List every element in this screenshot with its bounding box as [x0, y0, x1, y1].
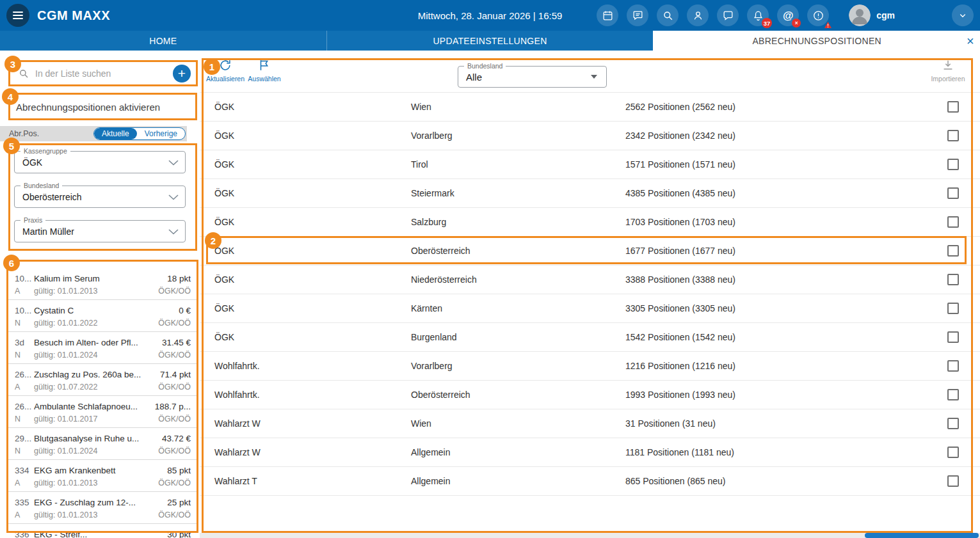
search-icon[interactable]	[657, 4, 679, 26]
position-list-item[interactable]: 29... Blutgasanalyse in Ruhe u... 43.72 …	[7, 428, 198, 460]
bundesland-filter-select[interactable]: Bundesland Alle	[458, 66, 607, 88]
row-checkbox[interactable]	[947, 130, 959, 141]
position-valid-date: gültig: 01.07.2022	[34, 383, 158, 392]
email-at-icon[interactable]: @ ×	[777, 4, 799, 26]
position-list-item[interactable]: 10... Kalium im Serum 18 pkt A gültig: 0…	[7, 268, 198, 300]
abrechnungs-row[interactable]: ÖGK Wien 2562 Positionen (2562 neu)	[200, 93, 980, 122]
row-checkbox[interactable]	[947, 159, 959, 170]
position-flag: A	[15, 479, 34, 487]
scrollbar-thumb[interactable]	[865, 533, 979, 538]
row-checkbox[interactable]	[947, 475, 959, 487]
abrechnungs-row[interactable]: ÖGK Kärnten 3305 Positionen (3305 neu)	[200, 294, 980, 323]
tab-bar: HOME UPDATEEINSTELLUNGEN ABRECHNUNGSPOSI…	[0, 31, 980, 51]
row-checkbox[interactable]	[947, 303, 959, 314]
toggle-aktuelle[interactable]: Aktuelle	[94, 128, 137, 139]
add-button[interactable]: +	[173, 65, 191, 83]
row-checkbox[interactable]	[947, 418, 959, 429]
position-value: 31.45 €	[162, 338, 191, 347]
kassengruppe-cell: ÖGK	[200, 246, 411, 256]
abrechnungs-row[interactable]: Wahlarzt W Allgemein 1181 Positionen (11…	[200, 438, 980, 467]
positionen-cell: 3305 Positionen (3305 neu)	[625, 303, 947, 313]
bundesland-cell: Salzburg	[411, 217, 625, 227]
position-name: Ambulante Schlafapnoeu...	[34, 402, 151, 411]
user-menu[interactable]: cgm	[849, 4, 895, 26]
close-tab-icon[interactable]: ×	[967, 35, 974, 47]
app-window: CGM MAXX Mittwoch, 28. Januar 2026 | 16:…	[0, 0, 980, 538]
position-list-item[interactable]: 10... Cystatin C 0 € N gültig: 01.01.202…	[7, 300, 198, 332]
select-button[interactable]: Auswählen	[241, 58, 287, 83]
kassengruppe-select[interactable]: Kassengruppe ÖGK	[14, 151, 186, 173]
position-list-item[interactable]: 26... Ambulante Schlafapnoeu... 188.7 p.…	[7, 396, 198, 428]
row-checkbox[interactable]	[947, 187, 959, 199]
activate-positions-button[interactable]: Abrechnungspositionen aktivieren	[9, 93, 197, 120]
bundesland-cell: Oberösterreich	[411, 390, 625, 400]
position-list-item[interactable]: 3d Besuch im Alten- oder Pfl... 31.45 € …	[7, 332, 198, 364]
abrechnungs-table: ÖGK Wien 2562 Positionen (2562 neu) ÖGK …	[200, 93, 980, 496]
avatar	[849, 4, 871, 26]
abrechnungs-row[interactable]: ÖGK Oberösterreich 1677 Positionen (1677…	[200, 237, 980, 265]
abrechnungs-row[interactable]: ÖGK Vorarlberg 2342 Positionen (2342 neu…	[200, 122, 980, 150]
messages-icon[interactable]	[627, 4, 648, 26]
tab-abrechnungspositionen[interactable]: ABRECHNUNGSPOSITIONEN ×	[653, 31, 980, 51]
kassengruppe-cell: Wahlarzt W	[200, 447, 411, 457]
toggle-vorherige[interactable]: Vorherige	[137, 128, 185, 139]
praxis-select-value: Martin Müller	[22, 226, 74, 237]
bundesland-select-sidebar[interactable]: Bundesland Oberösterreich	[14, 186, 186, 208]
abrechnungs-row[interactable]: Wahlarzt W Wien 31 Positionen (31 neu)	[200, 409, 980, 438]
row-checkbox[interactable]	[947, 245, 959, 257]
abrechnungs-row[interactable]: Wahlarzt T Allgemein 865 Positionen (865…	[200, 467, 980, 496]
abrechnungs-row[interactable]: ÖGK Niederösterreich 3388 Positionen (33…	[200, 265, 980, 294]
tab-label: ABRECHNUNGSPOSITIONEN	[752, 36, 881, 46]
position-source: ÖGK/OÖ	[158, 479, 191, 487]
row-checkbox[interactable]	[947, 331, 959, 343]
position-valid-date: gültig: 01.01.2017	[34, 415, 158, 423]
row-checkbox[interactable]	[947, 389, 959, 400]
position-list-item[interactable]: 26... Zuschlag zu Pos. 260a be... 71.4 p…	[7, 364, 198, 396]
calendar-icon[interactable]	[597, 4, 618, 26]
import-label: Importieren	[931, 75, 965, 83]
position-list-item[interactable]: 336 EKG - Streif... 30 pkt	[7, 524, 198, 538]
position-valid-date: gültig: 01.01.2024	[34, 447, 158, 455]
position-list-item[interactable]: 334 EKG am Krankenbett 85 pkt A gültig: …	[7, 460, 198, 492]
abrechnungs-row[interactable]: Wohlfahrtk. Oberösterreich 1993 Position…	[200, 381, 980, 409]
row-checkbox[interactable]	[947, 274, 959, 285]
kassengruppe-cell: ÖGK	[200, 102, 411, 112]
topbar-actions: 37 @ × cgm	[597, 4, 974, 26]
position-list-item[interactable]: 335 EKG - Zuschlag zum 12-... 25 pkt A g…	[7, 492, 198, 524]
flag-select-icon	[257, 58, 271, 72]
import-button[interactable]: Importieren	[926, 58, 970, 83]
position-flag: N	[15, 351, 34, 360]
tab-updateeinstellungen[interactable]: UPDATEEINSTELLUNGEN	[326, 31, 654, 51]
row-checkbox[interactable]	[947, 447, 959, 458]
tab-home[interactable]: HOME	[0, 31, 326, 51]
position-value: 43.72 €	[162, 434, 191, 443]
praxis-select[interactable]: Praxis Martin Müller	[14, 220, 186, 242]
bundesland-cell: Burgenland	[411, 332, 625, 342]
abrechnungs-row[interactable]: ÖGK Steiermark 4385 Positionen (4385 neu…	[200, 179, 980, 208]
comment-icon[interactable]	[717, 4, 739, 26]
position-name: Blutgasanalyse in Ruhe u...	[34, 434, 158, 443]
position-value: 188.7 p...	[155, 402, 191, 411]
horizontal-scrollbar[interactable]	[200, 533, 980, 538]
positionen-cell: 1677 Positionen (1677 neu)	[625, 246, 947, 256]
position-code: 10...	[15, 274, 34, 283]
abrechnungs-row[interactable]: ÖGK Tirol 1571 Positionen (1571 neu)	[200, 150, 980, 179]
position-value: 85 pkt	[167, 466, 191, 475]
alerts-icon[interactable]	[807, 4, 829, 26]
chevron-down-icon[interactable]	[952, 4, 974, 26]
bundesland-cell: Allgemein	[411, 447, 625, 457]
download-icon	[941, 58, 955, 72]
patient-icon[interactable]	[687, 4, 709, 26]
position-name: Kalium im Serum	[34, 274, 163, 283]
notifications-bell-icon[interactable]: 37	[747, 4, 769, 26]
position-code: 10...	[15, 306, 34, 315]
abrechnungs-row[interactable]: Wohlfahrtk. Vorarlberg 1216 Positionen (…	[200, 352, 980, 381]
kassengruppe-cell: ÖGK	[200, 131, 411, 141]
row-checkbox[interactable]	[947, 101, 959, 113]
row-checkbox[interactable]	[947, 216, 959, 228]
hamburger-menu-button[interactable]	[6, 4, 29, 27]
list-search-input[interactable]	[35, 68, 167, 79]
abrechnungs-row[interactable]: ÖGK Burgenland 1542 Positionen (1542 neu…	[200, 323, 980, 352]
row-checkbox[interactable]	[947, 360, 959, 372]
abrechnungs-row[interactable]: ÖGK Salzburg 1703 Positionen (1703 neu)	[200, 208, 980, 237]
